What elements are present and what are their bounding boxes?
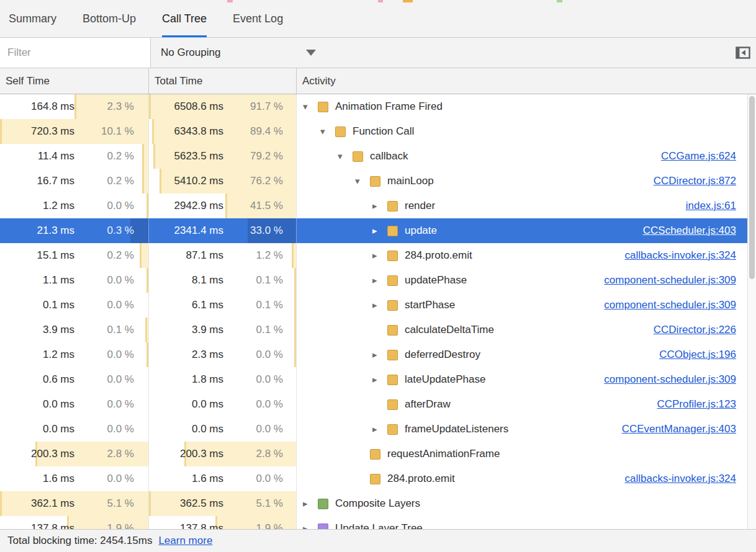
tab-bottom-up[interactable]: Bottom-Up xyxy=(83,0,136,37)
self-time-cell: 11.4 ms0.2 % xyxy=(0,144,149,169)
disclosure-triangle-icon[interactable]: ▸ xyxy=(372,243,387,268)
time-bar xyxy=(142,144,148,169)
time-bar xyxy=(140,243,148,268)
disclosure-triangle-icon[interactable]: ▾ xyxy=(303,94,318,119)
source-link[interactable]: index.js:61 xyxy=(686,194,736,218)
total-time-value: 0.0 ms xyxy=(149,417,223,442)
grouping-select[interactable]: No Grouping xyxy=(151,38,326,68)
total-time-percent: 0.1 % xyxy=(223,318,283,342)
call-tree-grid: 164.8 ms2.3 %6508.6 ms91.7 %▾Animation F… xyxy=(0,94,747,529)
timeline-remnant xyxy=(227,0,233,2)
disclosure-triangle-icon[interactable]: ▸ xyxy=(372,367,387,392)
table-row[interactable]: 15.1 ms0.2 %87.1 ms1.2 %▸284.proto.emitc… xyxy=(0,243,747,268)
column-header-self-time[interactable]: Self Time xyxy=(0,68,149,94)
table-row[interactable]: 164.8 ms2.3 %6508.6 ms91.7 %▾Animation F… xyxy=(0,94,747,119)
total-time-percent: 0.0 % xyxy=(223,367,283,392)
total-time-value: 3.9 ms xyxy=(149,318,223,342)
table-row[interactable]: 200.3 ms2.8 %200.3 ms2.8 %requestAnimati… xyxy=(0,442,747,466)
category-swatch-icon xyxy=(387,424,398,435)
activity-label: render xyxy=(405,194,435,218)
self-time-percent: 0.0 % xyxy=(74,268,134,293)
tab-event-log[interactable]: Event Log xyxy=(233,0,283,37)
table-row[interactable]: 1.2 ms0.0 %2942.9 ms41.5 %▸renderindex.j… xyxy=(0,194,747,218)
tab-summary[interactable]: Summary xyxy=(9,0,56,37)
source-link[interactable]: CCEventManager.js:403 xyxy=(622,417,736,442)
table-row[interactable]: 1.6 ms0.0 %1.6 ms0.0 %284.proto.emitcall… xyxy=(0,466,747,491)
disclosure-triangle-icon[interactable]: ▸ xyxy=(372,268,387,293)
source-link[interactable]: CCScheduler.js:403 xyxy=(643,218,736,243)
column-header-total-time[interactable]: Total Time xyxy=(149,68,297,94)
source-link[interactable]: component-scheduler.js:309 xyxy=(604,293,736,318)
disclosure-triangle-icon[interactable]: ▸ xyxy=(303,491,318,516)
self-time-cell: 0.6 ms0.0 % xyxy=(0,367,149,392)
activity-cell: ▸updatePhasecomponent-scheduler.js:309 xyxy=(297,268,747,293)
total-time-cell: 6343.8 ms89.4 % xyxy=(149,119,297,144)
table-row[interactable]: 720.3 ms10.1 %6343.8 ms89.4 %▾Function C… xyxy=(0,119,747,144)
activity-cell: calculateDeltaTimeCCDirector.js:226 xyxy=(297,318,747,342)
tab-call-tree[interactable]: Call Tree xyxy=(162,0,207,37)
table-row[interactable]: 0.1 ms0.0 %6.1 ms0.1 %▸startPhasecompone… xyxy=(0,293,747,318)
self-time-percent: 0.0 % xyxy=(74,466,134,491)
table-row[interactable]: 362.1 ms5.1 %362.5 ms5.1 %▸Composite Lay… xyxy=(0,491,747,516)
total-time-value: 6.1 ms xyxy=(149,293,223,318)
self-time-percent: 2.8 % xyxy=(74,442,134,466)
source-link[interactable]: component-scheduler.js:309 xyxy=(604,367,736,392)
activity-label: Update Layer Tree xyxy=(335,516,423,529)
self-time-value: 1.2 ms xyxy=(0,342,74,367)
source-link[interactable]: CCDirector.js:872 xyxy=(654,169,736,194)
time-bar xyxy=(145,318,148,342)
total-time-cell: 6508.6 ms91.7 % xyxy=(149,94,297,119)
self-time-percent: 10.1 % xyxy=(74,119,134,144)
table-row[interactable]: 0.0 ms0.0 %0.0 ms0.0 %afterDrawCCProfile… xyxy=(0,392,747,417)
source-link[interactable]: CCProfiler.js:123 xyxy=(657,392,736,417)
table-row[interactable]: 1.1 ms0.0 %8.1 ms0.1 %▸updatePhasecompon… xyxy=(0,268,747,293)
self-time-cell: 0.0 ms0.0 % xyxy=(0,392,149,417)
scrollbar-thumb[interactable] xyxy=(749,96,755,279)
self-time-value: 21.3 ms xyxy=(0,218,74,243)
self-time-percent: 0.0 % xyxy=(74,367,134,392)
disclosure-triangle-icon[interactable]: ▾ xyxy=(338,144,353,169)
call-tree-toolbar: No Grouping xyxy=(0,38,756,68)
table-row[interactable]: 3.9 ms0.1 %3.9 ms0.1 %calculateDeltaTime… xyxy=(0,318,747,342)
filter-input[interactable] xyxy=(0,38,151,68)
total-time-value: 1.6 ms xyxy=(149,466,223,491)
table-row[interactable]: 11.4 ms0.2 %5623.5 ms79.2 %▾callbackCCGa… xyxy=(0,144,747,169)
table-row[interactable]: 21.3 ms0.3 %2341.4 ms33.0 %▸updateCCSche… xyxy=(0,218,747,243)
disclosure-triangle-icon[interactable]: ▾ xyxy=(355,169,370,194)
disclosure-triangle-icon[interactable]: ▾ xyxy=(320,119,335,144)
total-time-cell: 2341.4 ms33.0 % xyxy=(149,218,297,243)
column-header-activity[interactable]: Activity xyxy=(297,68,756,94)
total-time-cell: 5623.5 ms79.2 % xyxy=(149,144,297,169)
vertical-scrollbar[interactable] xyxy=(747,94,756,529)
self-time-percent: 0.0 % xyxy=(74,392,134,417)
source-link[interactable]: CCDirector.js:226 xyxy=(654,318,736,342)
source-link[interactable]: CCGame.js:624 xyxy=(661,144,736,169)
self-time-percent: 2.3 % xyxy=(74,94,134,119)
table-row[interactable]: 16.7 ms0.2 %5410.2 ms76.2 %▾mainLoopCCDi… xyxy=(0,169,747,194)
source-link[interactable]: CCObject.js:196 xyxy=(659,342,736,367)
total-time-percent: 41.5 % xyxy=(223,194,283,218)
activity-cell: ▾Animation Frame Fired xyxy=(297,94,747,119)
disclosure-triangle-icon[interactable]: ▸ xyxy=(372,218,387,243)
disclosure-triangle-icon[interactable]: ▸ xyxy=(303,516,318,529)
total-time-value: 5410.2 ms xyxy=(149,169,223,194)
table-row[interactable]: 0.6 ms0.0 %1.8 ms0.0 %▸lateUpdatePhaseco… xyxy=(0,367,747,392)
category-swatch-icon xyxy=(353,151,363,162)
source-link[interactable]: callbacks-invoker.js:324 xyxy=(624,243,736,268)
self-time-value: 16.7 ms xyxy=(0,169,74,194)
disclosure-triangle-icon[interactable]: ▸ xyxy=(372,194,387,218)
total-time-cell: 1.6 ms0.0 % xyxy=(149,466,297,491)
source-link[interactable]: callbacks-invoker.js:324 xyxy=(624,466,736,491)
show-heaviest-stack-button[interactable] xyxy=(733,43,753,62)
total-time-cell: 87.1 ms1.2 % xyxy=(149,243,297,268)
disclosure-triangle-icon[interactable]: ▸ xyxy=(372,293,387,318)
dropdown-caret-icon xyxy=(306,50,316,56)
disclosure-triangle-icon[interactable]: ▸ xyxy=(372,417,387,442)
table-row[interactable]: 1.2 ms0.0 %2.3 ms0.0 %▸deferredDestroyCC… xyxy=(0,342,747,367)
disclosure-triangle-icon[interactable]: ▸ xyxy=(372,342,387,367)
table-row[interactable]: 137.8 ms1.9 %137.8 ms1.9 %▸Update Layer … xyxy=(0,516,747,529)
learn-more-link[interactable]: Learn more xyxy=(158,535,212,547)
source-link[interactable]: component-scheduler.js:309 xyxy=(604,268,736,293)
grid-column-headers: Self Time Total Time Activity xyxy=(0,68,756,94)
table-row[interactable]: 0.0 ms0.0 %0.0 ms0.0 %▸frameUpdateListen… xyxy=(0,417,747,442)
